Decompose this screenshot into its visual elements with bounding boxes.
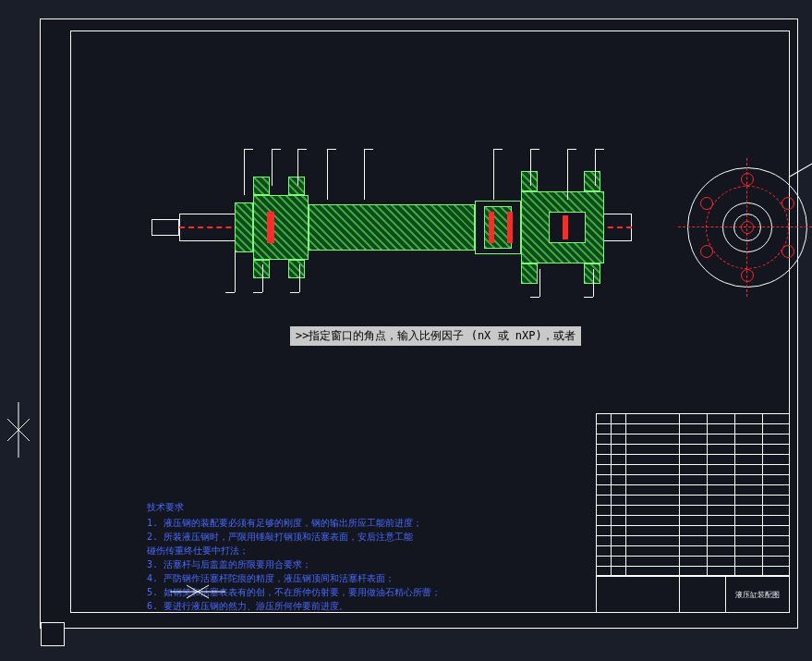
- parts-list-cell: [625, 536, 679, 545]
- parts-list-cell: [707, 536, 734, 545]
- parts-list-cell: [625, 424, 679, 434]
- parts-list-cell: [762, 496, 790, 505]
- parts-list-cell: [734, 506, 762, 515]
- parts-list-cell: [707, 557, 734, 566]
- parts-list-cell: [596, 445, 611, 454]
- parts-list-row: [596, 444, 790, 454]
- tech-note-line: 碰伤传重终仕要中打法；: [147, 544, 441, 557]
- parts-list-cell: [611, 496, 625, 505]
- parts-list-cell: [707, 496, 734, 505]
- tech-note-line: 1. 液压钢的装配要必须有足够的刚度，钢的输出所应工能前进度；: [147, 516, 441, 530]
- parts-list-cell: [611, 516, 625, 525]
- parts-list-cell: [596, 435, 611, 444]
- parts-list-row: [596, 525, 790, 535]
- svg-line-3: [198, 585, 209, 592]
- parts-list-cell: [707, 516, 734, 525]
- parts-list-cell: [734, 516, 762, 525]
- parts-list-cell: [679, 414, 707, 423]
- parts-list-cell: [734, 567, 762, 575]
- svg-line-4: [198, 592, 209, 598]
- prompt-text: >>指定窗口的角点，输入比例因子 (nX 或 nXP)，或者: [296, 329, 576, 342]
- parts-list-cell: [762, 546, 790, 556]
- parts-list-cell: [596, 496, 611, 505]
- parts-list-cell: [611, 424, 625, 434]
- parts-list-cell: [625, 506, 679, 515]
- parts-list-cell: [611, 506, 625, 515]
- title-block: 液压缸装配图: [596, 413, 790, 613]
- parts-list-cell: [762, 536, 790, 545]
- parts-list-row: [596, 423, 790, 434]
- flange-end-view: [687, 167, 807, 288]
- assembly-section-view: [179, 158, 632, 297]
- parts-list-cell: [611, 465, 625, 474]
- parts-list-cell: [596, 516, 611, 525]
- parts-list-cell: [707, 546, 734, 556]
- cad-viewport[interactable]: >>指定窗口的角点，输入比例因子 (nX 或 nXP)，或者 技术要求 1. 液…: [40, 18, 798, 629]
- parts-list-cell: [734, 414, 762, 423]
- parts-list-cell: [762, 414, 790, 423]
- parts-list-row: [596, 505, 790, 515]
- parts-list-cell: [625, 546, 679, 556]
- parts-list-cell: [679, 496, 707, 505]
- parts-list-cell: [679, 424, 707, 434]
- parts-list-cell: [734, 557, 762, 566]
- parts-list-cell: [734, 475, 762, 484]
- parts-list-cell: [762, 445, 790, 454]
- svg-line-2: [187, 592, 198, 598]
- parts-list-cell: [625, 557, 679, 566]
- parts-list-cell: [611, 485, 625, 495]
- parts-list-cell: [734, 465, 762, 474]
- parts-list-cell: [762, 424, 790, 434]
- parts-list-cell: [625, 485, 679, 495]
- parts-list-cell: [596, 455, 611, 464]
- parts-list-cell: [679, 526, 707, 535]
- parts-list-cell: [596, 546, 611, 556]
- parts-list-cell: [596, 536, 611, 545]
- parts-list-cell: [762, 435, 790, 444]
- parts-list-cell: [734, 485, 762, 495]
- parts-list-cell: [625, 516, 679, 525]
- parts-list-cell: [762, 455, 790, 464]
- parts-list-cell: [707, 567, 734, 575]
- parts-list-cell: [762, 506, 790, 515]
- parts-list-cell: [596, 506, 611, 515]
- parts-list-row: [596, 545, 790, 556]
- tech-note-line: 2. 所装液压钢时，严限用锤敲打钢顶和活塞表面，安后注意工能: [147, 530, 441, 544]
- parts-list-cell: [707, 475, 734, 484]
- parts-list-cell: [762, 465, 790, 474]
- parts-list-row: [596, 454, 790, 464]
- parts-list-row: [596, 556, 790, 566]
- parts-list-row: [596, 495, 790, 505]
- parts-list-cell: [679, 546, 707, 556]
- parts-list-cell: [596, 557, 611, 566]
- parts-list-cell: [679, 445, 707, 454]
- parts-list-cell: [734, 435, 762, 444]
- parts-list-row: [596, 515, 790, 525]
- parts-list-cell: [679, 557, 707, 566]
- parts-list-cell: [611, 526, 625, 535]
- parts-list-row: [596, 464, 790, 474]
- parts-list-cell: [679, 475, 707, 484]
- parts-list-cell: [625, 465, 679, 474]
- parts-list-cell: [625, 526, 679, 535]
- parts-list-cell: [734, 496, 762, 505]
- parts-list-cell: [707, 465, 734, 474]
- parts-list-cell: [625, 414, 679, 423]
- parts-list-cell: [707, 506, 734, 515]
- svg-line-1: [187, 585, 198, 592]
- svg-line-9: [18, 430, 30, 441]
- parts-list-cell: [611, 557, 625, 566]
- svg-line-7: [18, 419, 30, 430]
- svg-line-8: [7, 430, 18, 441]
- parts-list-cell: [679, 536, 707, 545]
- parts-list-cell: [625, 496, 679, 505]
- parts-list-cell: [596, 567, 611, 575]
- parts-list-row: [596, 434, 790, 444]
- parts-list-cell: [611, 455, 625, 464]
- parts-list-cell: [707, 526, 734, 535]
- parts-list-cell: [611, 445, 625, 454]
- parts-list-cell: [734, 546, 762, 556]
- parts-list-cell: [762, 557, 790, 566]
- parts-list-row: [596, 535, 790, 545]
- parts-list-cell: [596, 424, 611, 434]
